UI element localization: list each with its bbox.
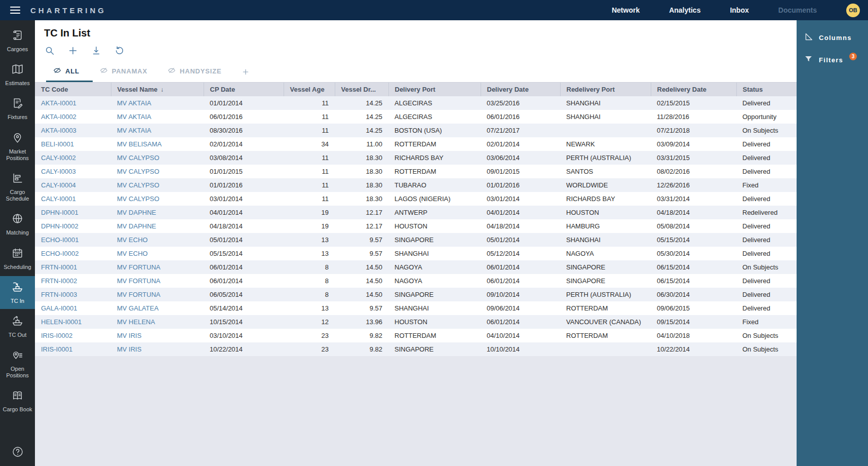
vessel-name-cell[interactable]: MV IRIS xyxy=(111,329,204,342)
sidebar-item-tc-out[interactable]: TC Out xyxy=(0,310,35,343)
vessel-name-cell[interactable]: MV DAPHNE xyxy=(111,206,204,219)
vessel-name-cell[interactable]: MV GALATEA xyxy=(111,301,204,315)
filters-button[interactable]: Filters 3 xyxy=(797,49,868,71)
column-header-vessel-name[interactable]: Vessel Name xyxy=(111,83,204,96)
column-header-status[interactable]: Status xyxy=(736,83,797,96)
tc-code-cell[interactable]: AKTA-I0002 xyxy=(35,110,111,124)
column-header-tc-code[interactable]: TC Code xyxy=(35,83,111,96)
tc-code-cell[interactable]: HELEN-I0001 xyxy=(35,315,111,329)
vessel-name-cell[interactable]: MV ECHO xyxy=(111,233,204,247)
tc-code-cell[interactable]: AKTA-I0001 xyxy=(35,96,111,110)
column-header-cp-date[interactable]: CP Date xyxy=(204,83,284,96)
table-row[interactable]: CALY-I0002MV CALYPSO03/08/20141118.30RIC… xyxy=(35,151,797,165)
table-row[interactable]: CALY-I0001MV CALYPSO03/01/20141118.30LAG… xyxy=(35,192,797,206)
add-button[interactable] xyxy=(67,45,78,58)
column-header-vessel-draft[interactable]: Vessel Dr... xyxy=(335,83,388,96)
export-button[interactable] xyxy=(91,45,102,58)
sidebar-item-scheduling[interactable]: Scheduling xyxy=(0,242,35,275)
vessel-name-cell[interactable]: MV IRIS xyxy=(111,342,204,356)
column-header-vessel-age[interactable]: Vessel Age xyxy=(284,83,335,96)
vessel-name-cell[interactable]: MV CALYPSO xyxy=(111,178,204,192)
table-row[interactable]: DPHN-I0002MV DAPHNE04/18/20141912.17HOUS… xyxy=(35,219,797,233)
tc-code-cell[interactable]: FRTN-I0002 xyxy=(35,274,111,288)
sidebar-item-matching[interactable]: Matching xyxy=(0,208,35,241)
delivery-date-cell: 01/01/2016 xyxy=(481,178,560,192)
user-avatar[interactable]: OB xyxy=(846,4,860,17)
tab-handysize[interactable]: HANDYSIZE xyxy=(161,62,234,82)
nav-item-inbox[interactable]: Inbox xyxy=(730,6,748,14)
vessel-name-cell[interactable]: MV CALYPSO xyxy=(111,151,204,165)
nav-item-analytics[interactable]: Analytics xyxy=(669,6,700,14)
vessel-name-cell[interactable]: MV CALYPSO xyxy=(111,165,204,178)
table-row[interactable]: IRIS-I0001MV IRIS10/22/2014239.82SINGAPO… xyxy=(35,342,797,356)
sidebar-item-fixtures[interactable]: Fixtures xyxy=(0,92,35,125)
vessel-name-cell[interactable]: MV HELENA xyxy=(111,315,204,329)
reset-button[interactable] xyxy=(114,45,125,58)
column-header-delivery-port[interactable]: Delivery Port xyxy=(388,83,481,96)
column-header-delivery-date[interactable]: Delivery Date xyxy=(481,83,560,96)
table-row[interactable]: FRTN-I0001MV FORTUNA06/01/2014814.50NAGO… xyxy=(35,260,797,274)
help-button[interactable] xyxy=(0,446,35,460)
table-row[interactable]: HELEN-I0001MV HELENA10/15/20141213.96HOU… xyxy=(35,315,797,329)
vessel-name-cell[interactable]: MV AKTAIA xyxy=(111,96,204,110)
tc-code-cell[interactable]: CALY-I0002 xyxy=(35,151,111,165)
nav-item-network[interactable]: Network xyxy=(612,6,640,14)
vessel-name-cell[interactable]: MV FORTUNA xyxy=(111,260,204,274)
tc-code-cell[interactable]: ECHO-I0002 xyxy=(35,247,111,260)
tc-code-cell[interactable]: IRIS-I0001 xyxy=(35,342,111,356)
column-header-redelivery-date[interactable]: Redelivery Date xyxy=(651,83,736,96)
hamburger-menu-icon[interactable] xyxy=(9,4,21,16)
sidebar-item-open-positions[interactable]: Open Positions xyxy=(0,344,35,383)
table-row[interactable]: AKTA-I0002MV AKTAIA06/01/20161114.25ALGE… xyxy=(35,110,797,124)
tc-code-cell[interactable]: DPHN-I0002 xyxy=(35,219,111,233)
columns-button[interactable]: Columns xyxy=(797,26,868,49)
table-row[interactable]: ECHO-I0001MV ECHO05/01/2014139.57SINGAPO… xyxy=(35,233,797,247)
tc-code-cell[interactable]: CALY-I0001 xyxy=(35,192,111,206)
tc-code-cell[interactable]: GALA-I0001 xyxy=(35,301,111,315)
nav-item-documents[interactable]: Documents xyxy=(778,6,817,14)
tc-code-cell[interactable]: FRTN-I0001 xyxy=(35,260,111,274)
sidebar-item-market-positions[interactable]: Market Positions xyxy=(0,127,35,166)
status-cell: Opportunity xyxy=(736,110,797,124)
table-row[interactable]: DPHN-I0001MV DAPHNE04/01/20141912.17ANTW… xyxy=(35,206,797,219)
tc-code-cell[interactable]: BELI-I0001 xyxy=(35,137,111,151)
sidebar-item-cargo-book[interactable]: Cargo Book xyxy=(0,384,35,417)
table-row[interactable]: FRTN-I0003MV FORTUNA06/05/2014814.50SING… xyxy=(35,288,797,301)
vessel-name-cell[interactable]: MV AKTAIA xyxy=(111,124,204,137)
tc-code-cell[interactable]: CALY-I0003 xyxy=(35,165,111,178)
tc-code-cell[interactable]: AKTA-I0003 xyxy=(35,124,111,137)
tc-code-cell[interactable]: ECHO-I0001 xyxy=(35,233,111,247)
status-cell: Delivered xyxy=(736,137,797,151)
add-view-tab-button[interactable] xyxy=(234,63,257,82)
tab-panamax[interactable]: PANAMAX xyxy=(93,62,161,82)
vessel-name-cell[interactable]: MV FORTUNA xyxy=(111,288,204,301)
table-row[interactable]: BELI-I0001MV BELISAMA02/01/20143411.00RO… xyxy=(35,137,797,151)
vessel-name-cell[interactable]: MV ECHO xyxy=(111,247,204,260)
vessel-name-cell[interactable]: MV AKTAIA xyxy=(111,110,204,124)
tc-code-cell[interactable]: IRIS-I0002 xyxy=(35,329,111,342)
search-button[interactable] xyxy=(44,45,55,58)
sidebar-item-cargo-schedule[interactable]: Cargo Schedule xyxy=(0,167,35,207)
vessel-name-cell[interactable]: MV CALYPSO xyxy=(111,192,204,206)
table-row[interactable]: AKTA-I0003MV AKTAIA08/30/20161114.25BOST… xyxy=(35,124,797,137)
tc-code-cell[interactable]: CALY-I0004 xyxy=(35,178,111,192)
sidebar-item-tc-in[interactable]: TC In xyxy=(0,276,35,309)
table-row[interactable]: GALA-I0001MV GALATEA05/14/2014139.57SHAN… xyxy=(35,301,797,315)
sidebar-item-cargoes[interactable]: Cargoes xyxy=(0,24,35,57)
sidebar-item-estimates[interactable]: Estimates xyxy=(0,58,35,91)
vessel-name-cell[interactable]: MV DAPHNE xyxy=(111,219,204,233)
table-row[interactable]: AKTA-I0001MV AKTAIA01/01/20141114.25ALGE… xyxy=(35,96,797,110)
redelivery-port-cell: PERTH (AUSTRALIA) xyxy=(560,288,651,301)
vessel-name-cell[interactable]: MV FORTUNA xyxy=(111,274,204,288)
table-row[interactable]: CALY-I0003MV CALYPSO01/01/20151118.30ROT… xyxy=(35,165,797,178)
tc-code-cell[interactable]: DPHN-I0001 xyxy=(35,206,111,219)
table-row[interactable]: FRTN-I0002MV FORTUNA06/01/2014814.50NAGO… xyxy=(35,274,797,288)
column-header-redelivery-port[interactable]: Redelivery Port xyxy=(560,83,651,96)
table-row[interactable]: CALY-I0004MV CALYPSO01/01/20161118.30TUB… xyxy=(35,178,797,192)
tc-code-cell[interactable]: FRTN-I0003 xyxy=(35,288,111,301)
vessel-name-cell[interactable]: MV BELISAMA xyxy=(111,137,204,151)
tab-all[interactable]: ALL xyxy=(46,62,93,82)
redelivery-date-cell: 03/31/2015 xyxy=(651,151,736,165)
table-row[interactable]: ECHO-I0002MV ECHO05/15/2014139.57SHANGHA… xyxy=(35,247,797,260)
table-row[interactable]: IRIS-I0002MV IRIS03/10/2014239.82ROTTERD… xyxy=(35,329,797,342)
